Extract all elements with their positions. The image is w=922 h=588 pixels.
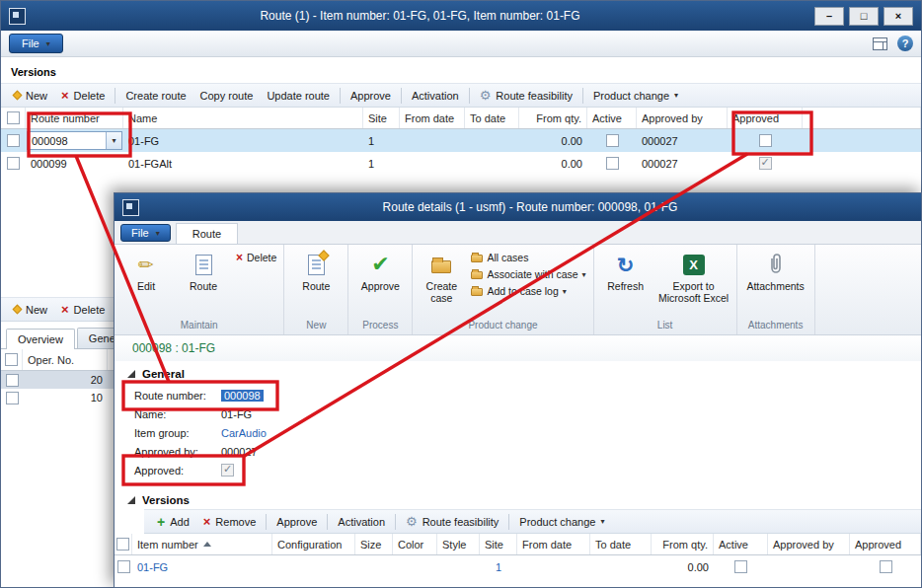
col-site[interactable]: Site (480, 534, 517, 554)
col-oper-no[interactable]: Oper. No. (23, 349, 108, 370)
main-titlebar[interactable]: Route (1) - Item number: 01-FG, 01-FG, I… (1, 1, 921, 31)
toolbar-separator (469, 88, 470, 104)
all-cases-button[interactable]: All cases (467, 251, 589, 264)
paperclip-icon (767, 253, 785, 276)
new-sparkle-icon (318, 250, 329, 260)
select-all-checkbox[interactable] (116, 538, 129, 551)
col-approved[interactable]: Approved (850, 534, 921, 554)
approved-by-field[interactable]: 000027 (221, 446, 258, 458)
help-icon[interactable]: ? (897, 36, 913, 51)
combo-dropdown-button[interactable]: ▾ (106, 132, 121, 149)
delete-button[interactable]: × Delete (232, 251, 280, 264)
approved-checkbox[interactable] (759, 134, 772, 147)
row-checkbox[interactable] (7, 134, 20, 147)
col-configuration[interactable]: Configuration (272, 534, 355, 554)
export-to-excel-button[interactable]: X Export toMicrosoft Excel (654, 247, 733, 304)
new-button[interactable]: New (7, 88, 54, 104)
approved-checkbox[interactable] (880, 560, 892, 573)
col-item-number[interactable]: Item number (132, 534, 272, 554)
associate-with-case-button[interactable]: Associate with case ▾ (467, 267, 589, 281)
activation-button[interactable]: Activation (405, 88, 466, 104)
window-layout-icon[interactable] (873, 37, 887, 50)
approved-checkbox[interactable] (759, 157, 772, 170)
tab-route[interactable]: Route (176, 223, 238, 244)
create-case-button[interactable]: Create case (416, 247, 467, 304)
select-all-checkbox[interactable] (5, 353, 18, 366)
close-button[interactable]: × (884, 7, 913, 26)
col-active[interactable]: Active (714, 534, 768, 554)
new-button[interactable]: New (7, 302, 54, 318)
general-section-header[interactable]: General (115, 361, 921, 383)
route-maintain-button[interactable]: Route (175, 247, 232, 292)
delete-button[interactable]: × Delete (54, 87, 112, 104)
approve-button[interactable]: Approve (344, 88, 398, 104)
details-titlebar[interactable]: Route details (1 - usmf) - Route number:… (115, 193, 921, 221)
col-active[interactable]: Active (587, 108, 637, 128)
item-group-link[interactable]: CarAudio (221, 427, 267, 439)
attachments-button[interactable]: Attachments (740, 247, 811, 292)
tab-overview[interactable]: Overview (6, 329, 75, 349)
file-menu-button[interactable]: File ▾ (120, 224, 171, 242)
approve-button[interactable]: ✔ Approve (351, 247, 409, 292)
col-from-qty[interactable]: From qty. (652, 534, 714, 554)
active-checkbox[interactable] (734, 560, 747, 573)
new-sparkle-icon (13, 91, 23, 101)
copy-route-button[interactable]: Copy route (193, 88, 261, 104)
file-menu-button[interactable]: File ▾ (9, 34, 63, 53)
edit-button[interactable]: ✏ Edit (117, 247, 175, 292)
col-name[interactable]: Name (123, 108, 363, 128)
approve-button[interactable]: Approve (269, 514, 324, 530)
table-row[interactable]: 000099 01-FGAlt 1 0.00 000027 (1, 152, 921, 175)
update-route-button[interactable]: Update route (260, 88, 337, 104)
col-route-number[interactable]: Route number (26, 108, 123, 128)
col-to-date[interactable]: To date (590, 534, 652, 554)
ribbon-group-new: Route New (284, 245, 348, 334)
minimize-button[interactable]: – (814, 7, 844, 26)
table-row[interactable]: 01-FG 1 0.00 (115, 555, 921, 578)
approved-checkbox[interactable] (221, 464, 234, 477)
active-checkbox[interactable] (606, 157, 619, 170)
col-approved-by[interactable]: Approved by (637, 108, 728, 128)
col-site[interactable]: Site (363, 108, 400, 128)
row-checkbox[interactable] (6, 374, 19, 387)
route-new-button[interactable]: Route (287, 247, 345, 292)
maximize-button[interactable]: □ (849, 7, 879, 26)
row-checkbox[interactable] (117, 560, 130, 573)
cell-item-number[interactable]: 01-FG (132, 561, 272, 573)
col-style[interactable]: Style (437, 534, 480, 554)
versions-section-header[interactable]: Versions (115, 487, 921, 509)
item-group-label: Item group: (134, 427, 221, 439)
group-label-attachments: Attachments (740, 318, 811, 334)
product-change-button[interactable]: Product change ▾ (512, 514, 611, 530)
product-change-button[interactable]: Product change ▾ (586, 88, 685, 104)
col-from-qty[interactable]: From qty. (519, 108, 587, 128)
route-feasibility-button[interactable]: ⚙ Route feasibility (473, 87, 579, 104)
col-approved-by[interactable]: Approved by (768, 534, 850, 554)
name-field[interactable]: 01-FG (221, 408, 252, 420)
refresh-button[interactable]: ↻ Refresh (597, 247, 654, 292)
add-button[interactable]: + Add (150, 513, 196, 531)
remove-button[interactable]: × Remove (196, 513, 264, 530)
route-feasibility-button[interactable]: ⚙ Route feasibility (399, 513, 505, 530)
row-checkbox[interactable] (7, 157, 20, 170)
col-to-date[interactable]: To date (465, 108, 519, 128)
active-checkbox[interactable] (606, 134, 619, 147)
col-from-date[interactable]: From date (400, 108, 465, 128)
col-color[interactable]: Color (393, 534, 437, 554)
row-checkbox[interactable] (6, 392, 19, 404)
cell-site[interactable]: 1 (480, 561, 517, 573)
ribbon-tab-row: File ▾ Route (115, 221, 921, 245)
activation-button[interactable]: Activation (331, 514, 392, 530)
col-size[interactable]: Size (355, 534, 393, 554)
route-number-combobox[interactable]: 000098 ▾ (27, 131, 122, 150)
col-approved[interactable]: Approved (728, 108, 803, 128)
create-route-button[interactable]: Create route (118, 88, 192, 104)
table-row[interactable]: 000098 ▾ 01-FG 1 0.00 000027 (1, 129, 921, 152)
delete-button[interactable]: × Delete (54, 301, 112, 318)
add-to-case-log-button[interactable]: Add to case log ▾ (467, 284, 589, 298)
select-all-checkbox[interactable] (7, 111, 20, 124)
versions-section-label: Versions (1, 57, 921, 83)
route-number-field[interactable]: 000098 (221, 390, 264, 402)
toolbar-separator (340, 88, 341, 104)
col-from-date[interactable]: From date (517, 534, 590, 554)
